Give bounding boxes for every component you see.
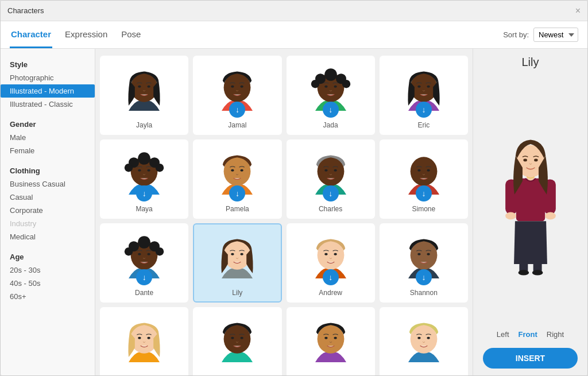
download-badge[interactable]: ↓ [136, 269, 152, 285]
character-card[interactable]: ↓ Jada [287, 56, 375, 135]
character-card[interactable] [380, 307, 468, 375]
char-avatar [115, 313, 173, 370]
svg-point-74 [334, 337, 336, 339]
sidebar-item-illustrated-modern[interactable]: Illustrated - Modern [1, 84, 95, 98]
character-card[interactable]: Jayla [100, 56, 188, 135]
svg-point-27 [156, 164, 164, 172]
sidebar-item-illustrated-classic[interactable]: Illustrated - Classic [1, 98, 95, 111]
char-name: Jamal [228, 121, 246, 129]
preview-view-tabs: Left Front Right [497, 330, 564, 339]
char-name: Jada [323, 121, 338, 129]
download-badge[interactable]: ↓ [323, 102, 339, 118]
svg-point-19 [417, 86, 420, 88]
character-card[interactable]: ↓ Charles [287, 139, 375, 219]
svg-point-86 [518, 270, 529, 275]
character-card[interactable]: ↓ Shannon [380, 223, 468, 303]
sidebar-item-casual[interactable]: Casual [1, 191, 95, 204]
svg-point-45 [138, 236, 150, 249]
sidebar-item-age-20s[interactable]: 20s - 30s [1, 263, 95, 277]
svg-point-40 [417, 169, 420, 172]
svg-point-6 [231, 86, 234, 88]
svg-point-57 [324, 253, 327, 255]
sidebar-item-business-casual[interactable]: Business Casual [1, 177, 95, 191]
view-left[interactable]: Left [497, 330, 509, 339]
svg-point-16 [334, 86, 336, 88]
character-card[interactable]: ↓ Eric [380, 56, 468, 135]
age-section-title: Age [1, 248, 95, 263]
svg-point-78 [427, 337, 430, 339]
sidebar-item-corporate[interactable]: Corporate [1, 204, 95, 217]
svg-point-91 [534, 158, 538, 161]
tab-bar: Character Expression Pose [10, 21, 142, 48]
svg-point-69 [231, 337, 234, 339]
svg-point-58 [334, 253, 336, 255]
svg-point-54 [241, 253, 243, 255]
character-grid: Jayla ↓ Jamal [95, 49, 473, 375]
svg-point-66 [148, 337, 150, 339]
sidebar-item-photographic[interactable]: Photographic [1, 71, 95, 84]
svg-point-2 [138, 86, 141, 88]
svg-point-49 [138, 253, 141, 255]
view-front[interactable]: Front [519, 330, 537, 339]
svg-point-15 [324, 86, 327, 88]
char-name: Simone [412, 205, 436, 213]
tab-character[interactable]: Character [10, 21, 52, 48]
sidebar-item-medical[interactable]: Medical [1, 230, 95, 243]
character-card[interactable] [287, 307, 375, 375]
svg-point-32 [231, 169, 234, 172]
character-card[interactable]: ↓ Simone [380, 139, 468, 219]
char-avatar [208, 313, 266, 370]
gender-section-title: Gender [1, 115, 95, 131]
characters-window: Characters × Character Expression Pose S… [0, 0, 588, 376]
svg-point-77 [417, 337, 420, 339]
character-card[interactable]: ↓ Jamal [193, 56, 281, 135]
download-badge[interactable]: ↓ [416, 185, 432, 201]
character-card[interactable]: ↓ Dante [100, 223, 188, 303]
download-badge[interactable]: ↓ [416, 269, 432, 285]
svg-point-70 [241, 337, 243, 339]
svg-point-13 [311, 80, 319, 88]
svg-point-11 [324, 68, 337, 81]
download-badge[interactable]: ↓ [229, 185, 245, 201]
svg-point-36 [324, 169, 327, 172]
svg-point-28 [138, 169, 141, 172]
preview-figure [478, 73, 583, 325]
char-name: Pamela [226, 205, 249, 213]
download-badge[interactable]: ↓ [323, 185, 339, 201]
preview-avatar-svg [493, 119, 568, 280]
sort-select[interactable]: Newest Oldest A-Z Z-A [533, 28, 578, 42]
sidebar-item-age-40s[interactable]: 40s - 50s [1, 277, 95, 290]
download-badge[interactable]: ↓ [229, 102, 245, 118]
insert-button[interactable]: INSERT [483, 348, 578, 369]
sidebar-item-female[interactable]: Female [1, 144, 95, 157]
svg-point-62 [427, 253, 430, 255]
svg-point-61 [417, 253, 420, 255]
character-card[interactable]: ↓ Maya [100, 139, 188, 219]
character-card[interactable]: ↓ Pamela [193, 139, 281, 219]
content-area: Style Photographic Illustrated - Modern … [1, 49, 587, 375]
svg-point-47 [125, 247, 133, 255]
clothing-section-title: Clothing [1, 162, 95, 177]
style-section-title: Style [1, 56, 95, 71]
char-avatar [302, 313, 359, 370]
view-right[interactable]: Right [547, 330, 564, 339]
svg-point-65 [138, 337, 141, 339]
svg-point-53 [231, 253, 234, 255]
sidebar-item-age-60s[interactable]: 60s+ [1, 290, 95, 303]
character-card[interactable] [193, 307, 281, 375]
close-icon[interactable]: × [575, 6, 581, 15]
tab-pose[interactable]: Pose [120, 21, 142, 48]
download-badge[interactable]: ↓ [323, 269, 339, 285]
character-card[interactable] [100, 307, 188, 375]
download-badge[interactable]: ↓ [416, 102, 432, 118]
svg-point-14 [342, 80, 350, 88]
toolbar: Character Expression Pose Sort by: Newes… [1, 21, 587, 49]
character-card[interactable]: ↓ Andrew [287, 223, 375, 303]
svg-point-20 [427, 86, 430, 88]
download-badge[interactable]: ↓ [136, 185, 152, 201]
character-card[interactable]: Lily [193, 223, 281, 303]
sidebar-item-male[interactable]: Male [1, 131, 95, 144]
sidebar: Style Photographic Illustrated - Modern … [1, 49, 95, 375]
svg-point-48 [156, 247, 164, 255]
tab-expression[interactable]: Expression [64, 21, 109, 48]
